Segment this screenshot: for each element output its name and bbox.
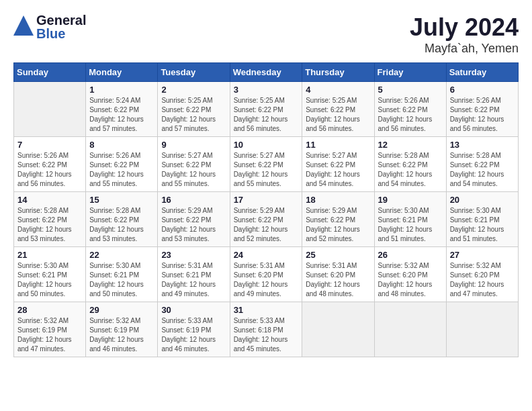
day-number: 11 bbox=[306, 140, 370, 150]
day-number: 14 bbox=[17, 195, 82, 205]
weekday-header-monday: Monday bbox=[86, 63, 158, 82]
week-row-2: 7Sunrise: 5:26 AMSunset: 6:22 PMDaylight… bbox=[14, 137, 519, 192]
logo-blue: Blue bbox=[36, 27, 86, 40]
day-number: 27 bbox=[450, 250, 515, 260]
day-number: 12 bbox=[378, 140, 443, 150]
svg-marker-0 bbox=[13, 15, 34, 36]
day-info: Sunrise: 5:32 AMSunset: 6:19 PMDaylight:… bbox=[17, 316, 82, 354]
day-number: 4 bbox=[306, 85, 370, 95]
calendar-cell: 1Sunrise: 5:24 AMSunset: 6:22 PMDaylight… bbox=[86, 82, 158, 137]
calendar-cell bbox=[446, 302, 518, 357]
day-info: Sunrise: 5:32 AMSunset: 6:20 PMDaylight:… bbox=[378, 261, 443, 299]
week-row-5: 28Sunrise: 5:32 AMSunset: 6:19 PMDayligh… bbox=[14, 302, 519, 357]
day-number: 17 bbox=[234, 195, 299, 205]
weekday-header-saturday: Saturday bbox=[446, 63, 518, 82]
calendar-cell: 24Sunrise: 5:31 AMSunset: 6:20 PMDayligh… bbox=[230, 247, 302, 302]
calendar-cell: 25Sunrise: 5:31 AMSunset: 6:20 PMDayligh… bbox=[302, 247, 374, 302]
day-info: Sunrise: 5:24 AMSunset: 6:22 PMDaylight:… bbox=[89, 96, 154, 134]
day-info: Sunrise: 5:31 AMSunset: 6:21 PMDaylight:… bbox=[161, 261, 226, 299]
calendar-cell: 5Sunrise: 5:26 AMSunset: 6:22 PMDaylight… bbox=[374, 82, 446, 137]
calendar-cell bbox=[14, 82, 86, 137]
calendar-cell: 31Sunrise: 5:33 AMSunset: 6:18 PMDayligh… bbox=[230, 302, 302, 357]
calendar-cell: 26Sunrise: 5:32 AMSunset: 6:20 PMDayligh… bbox=[374, 247, 446, 302]
day-info: Sunrise: 5:27 AMSunset: 6:22 PMDaylight:… bbox=[306, 151, 370, 189]
calendar-cell: 30Sunrise: 5:33 AMSunset: 6:19 PMDayligh… bbox=[158, 302, 230, 357]
day-info: Sunrise: 5:33 AMSunset: 6:19 PMDaylight:… bbox=[161, 316, 226, 354]
calendar-cell: 12Sunrise: 5:28 AMSunset: 6:22 PMDayligh… bbox=[374, 137, 446, 192]
calendar-cell: 17Sunrise: 5:29 AMSunset: 6:22 PMDayligh… bbox=[230, 192, 302, 247]
day-info: Sunrise: 5:28 AMSunset: 6:22 PMDaylight:… bbox=[378, 151, 443, 189]
day-number: 5 bbox=[378, 85, 443, 95]
title-block: July 2024 Mayfa`ah, Yemen bbox=[410, 13, 519, 56]
weekday-header-wednesday: Wednesday bbox=[230, 63, 302, 82]
calendar-cell: 28Sunrise: 5:32 AMSunset: 6:19 PMDayligh… bbox=[14, 302, 86, 357]
day-number: 19 bbox=[378, 195, 443, 205]
weekday-header-tuesday: Tuesday bbox=[158, 63, 230, 82]
calendar-cell: 23Sunrise: 5:31 AMSunset: 6:21 PMDayligh… bbox=[158, 247, 230, 302]
calendar-cell: 6Sunrise: 5:26 AMSunset: 6:22 PMDaylight… bbox=[446, 82, 518, 137]
day-info: Sunrise: 5:27 AMSunset: 6:22 PMDaylight:… bbox=[234, 151, 299, 189]
day-number: 3 bbox=[234, 85, 299, 95]
logo-icon bbox=[13, 15, 34, 39]
calendar-cell: 16Sunrise: 5:29 AMSunset: 6:22 PMDayligh… bbox=[158, 192, 230, 247]
day-info: Sunrise: 5:31 AMSunset: 6:20 PMDaylight:… bbox=[234, 261, 299, 299]
day-number: 22 bbox=[89, 250, 154, 260]
calendar-cell: 21Sunrise: 5:30 AMSunset: 6:21 PMDayligh… bbox=[14, 247, 86, 302]
weekday-header-row: SundayMondayTuesdayWednesdayThursdayFrid… bbox=[14, 63, 519, 82]
day-number: 6 bbox=[450, 85, 515, 95]
day-number: 25 bbox=[306, 250, 370, 260]
day-info: Sunrise: 5:27 AMSunset: 6:22 PMDaylight:… bbox=[161, 151, 226, 189]
week-row-4: 21Sunrise: 5:30 AMSunset: 6:21 PMDayligh… bbox=[14, 247, 519, 302]
day-number: 31 bbox=[234, 305, 299, 315]
day-number: 24 bbox=[234, 250, 299, 260]
location-title: Mayfa`ah, Yemen bbox=[410, 42, 519, 56]
calendar-cell: 4Sunrise: 5:25 AMSunset: 6:22 PMDaylight… bbox=[302, 82, 374, 137]
day-info: Sunrise: 5:30 AMSunset: 6:21 PMDaylight:… bbox=[89, 261, 154, 299]
calendar-cell bbox=[374, 302, 446, 357]
day-number: 2 bbox=[161, 85, 226, 95]
calendar-cell: 3Sunrise: 5:25 AMSunset: 6:22 PMDaylight… bbox=[230, 82, 302, 137]
calendar-cell: 10Sunrise: 5:27 AMSunset: 6:22 PMDayligh… bbox=[230, 137, 302, 192]
calendar-cell: 2Sunrise: 5:25 AMSunset: 6:22 PMDaylight… bbox=[158, 82, 230, 137]
day-number: 20 bbox=[450, 195, 515, 205]
day-info: Sunrise: 5:32 AMSunset: 6:19 PMDaylight:… bbox=[89, 316, 154, 354]
day-info: Sunrise: 5:29 AMSunset: 6:22 PMDaylight:… bbox=[234, 206, 299, 244]
day-info: Sunrise: 5:26 AMSunset: 6:22 PMDaylight:… bbox=[378, 96, 443, 134]
calendar-cell: 19Sunrise: 5:30 AMSunset: 6:21 PMDayligh… bbox=[374, 192, 446, 247]
logo: General Blue bbox=[13, 13, 86, 40]
logo-general: General bbox=[36, 13, 86, 27]
day-number: 23 bbox=[161, 250, 226, 260]
calendar-cell bbox=[302, 302, 374, 357]
day-info: Sunrise: 5:28 AMSunset: 6:22 PMDaylight:… bbox=[450, 151, 515, 189]
day-info: Sunrise: 5:33 AMSunset: 6:18 PMDaylight:… bbox=[234, 316, 299, 354]
day-number: 29 bbox=[89, 305, 154, 315]
day-number: 16 bbox=[161, 195, 226, 205]
calendar-cell: 15Sunrise: 5:28 AMSunset: 6:22 PMDayligh… bbox=[86, 192, 158, 247]
day-number: 1 bbox=[89, 85, 154, 95]
weekday-header-sunday: Sunday bbox=[14, 63, 86, 82]
calendar-cell: 20Sunrise: 5:30 AMSunset: 6:21 PMDayligh… bbox=[446, 192, 518, 247]
calendar-cell: 9Sunrise: 5:27 AMSunset: 6:22 PMDaylight… bbox=[158, 137, 230, 192]
logo-text: General Blue bbox=[36, 13, 86, 40]
calendar-cell: 14Sunrise: 5:28 AMSunset: 6:22 PMDayligh… bbox=[14, 192, 86, 247]
day-info: Sunrise: 5:25 AMSunset: 6:22 PMDaylight:… bbox=[306, 96, 370, 134]
calendar-cell: 7Sunrise: 5:26 AMSunset: 6:22 PMDaylight… bbox=[14, 137, 86, 192]
calendar-cell: 29Sunrise: 5:32 AMSunset: 6:19 PMDayligh… bbox=[86, 302, 158, 357]
day-number: 26 bbox=[378, 250, 443, 260]
day-info: Sunrise: 5:32 AMSunset: 6:20 PMDaylight:… bbox=[450, 261, 515, 299]
day-info: Sunrise: 5:30 AMSunset: 6:21 PMDaylight:… bbox=[450, 206, 515, 244]
calendar-cell: 8Sunrise: 5:26 AMSunset: 6:22 PMDaylight… bbox=[86, 137, 158, 192]
day-info: Sunrise: 5:30 AMSunset: 6:21 PMDaylight:… bbox=[378, 206, 443, 244]
day-info: Sunrise: 5:29 AMSunset: 6:22 PMDaylight:… bbox=[161, 206, 226, 244]
day-number: 21 bbox=[17, 250, 82, 260]
month-title: July 2024 bbox=[410, 13, 519, 42]
day-number: 10 bbox=[234, 140, 299, 150]
day-number: 13 bbox=[450, 140, 515, 150]
day-info: Sunrise: 5:26 AMSunset: 6:22 PMDaylight:… bbox=[17, 151, 82, 189]
day-info: Sunrise: 5:25 AMSunset: 6:22 PMDaylight:… bbox=[161, 96, 226, 134]
day-number: 18 bbox=[306, 195, 370, 205]
day-info: Sunrise: 5:30 AMSunset: 6:21 PMDaylight:… bbox=[17, 261, 82, 299]
week-row-3: 14Sunrise: 5:28 AMSunset: 6:22 PMDayligh… bbox=[14, 192, 519, 247]
day-info: Sunrise: 5:28 AMSunset: 6:22 PMDaylight:… bbox=[17, 206, 82, 244]
weekday-header-friday: Friday bbox=[374, 63, 446, 82]
